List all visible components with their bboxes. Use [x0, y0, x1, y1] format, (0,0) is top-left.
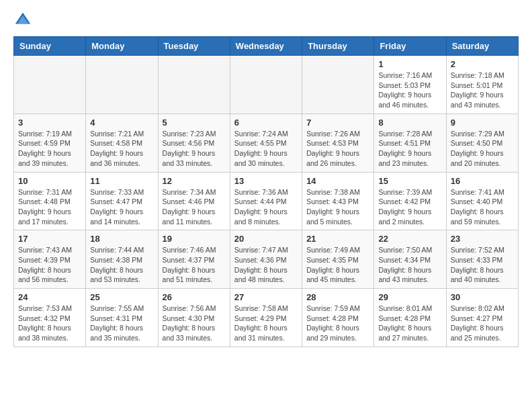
week-row-1: 3Sunrise: 7:19 AM Sunset: 4:59 PM Daylig…	[14, 113, 519, 172]
day-cell: 25Sunrise: 7:55 AM Sunset: 4:31 PM Dayli…	[86, 289, 158, 347]
col-header-friday: Friday	[374, 37, 446, 56]
logo-icon	[13, 11, 32, 30]
day-cell: 13Sunrise: 7:36 AM Sunset: 4:44 PM Dayli…	[230, 172, 302, 230]
day-info: Sunrise: 7:47 AM Sunset: 4:36 PM Dayligh…	[234, 246, 288, 283]
day-number: 14	[306, 176, 369, 186]
col-header-saturday: Saturday	[446, 37, 518, 56]
day-info: Sunrise: 7:38 AM Sunset: 4:43 PM Dayligh…	[306, 188, 360, 226]
day-info: Sunrise: 8:02 AM Sunset: 4:27 PM Dayligh…	[451, 304, 504, 342]
week-row-2: 10Sunrise: 7:31 AM Sunset: 4:48 PM Dayli…	[14, 172, 519, 230]
day-number: 3	[18, 118, 81, 128]
day-number: 6	[234, 118, 298, 128]
day-number: 22	[378, 234, 441, 244]
day-info: Sunrise: 8:01 AM Sunset: 4:28 PM Dayligh…	[378, 304, 432, 342]
day-cell: 7Sunrise: 7:26 AM Sunset: 4:53 PM Daylig…	[302, 113, 374, 172]
week-row-4: 24Sunrise: 7:53 AM Sunset: 4:32 PM Dayli…	[14, 289, 519, 347]
day-number: 27	[234, 292, 298, 302]
day-cell	[158, 56, 230, 114]
day-info: Sunrise: 7:46 AM Sunset: 4:37 PM Dayligh…	[163, 246, 216, 283]
col-header-sunday: Sunday	[14, 37, 86, 56]
day-number: 10	[18, 176, 81, 186]
day-cell: 17Sunrise: 7:43 AM Sunset: 4:39 PM Dayli…	[14, 230, 86, 289]
day-cell: 27Sunrise: 7:58 AM Sunset: 4:29 PM Dayli…	[230, 289, 302, 347]
day-number: 21	[306, 234, 369, 244]
day-number: 5	[163, 118, 226, 128]
day-number: 16	[451, 176, 514, 186]
day-cell	[14, 56, 86, 114]
day-number: 26	[163, 292, 226, 302]
day-number: 11	[90, 176, 153, 186]
day-info: Sunrise: 7:31 AM Sunset: 4:48 PM Dayligh…	[18, 188, 72, 226]
day-info: Sunrise: 7:41 AM Sunset: 4:40 PM Dayligh…	[451, 188, 504, 226]
day-number: 4	[90, 118, 153, 128]
day-cell: 1Sunrise: 7:16 AM Sunset: 5:03 PM Daylig…	[374, 56, 446, 114]
day-cell: 29Sunrise: 8:01 AM Sunset: 4:28 PM Dayli…	[374, 289, 446, 347]
day-number: 12	[163, 176, 226, 186]
day-number: 18	[90, 234, 153, 244]
day-number: 1	[378, 59, 441, 69]
day-info: Sunrise: 7:56 AM Sunset: 4:30 PM Dayligh…	[163, 304, 216, 342]
day-cell: 16Sunrise: 7:41 AM Sunset: 4:40 PM Dayli…	[446, 172, 518, 230]
day-info: Sunrise: 7:39 AM Sunset: 4:42 PM Dayligh…	[378, 188, 432, 226]
day-number: 17	[18, 234, 81, 244]
day-number: 7	[306, 118, 369, 128]
day-cell: 8Sunrise: 7:28 AM Sunset: 4:51 PM Daylig…	[374, 113, 446, 172]
day-cell: 4Sunrise: 7:21 AM Sunset: 4:58 PM Daylig…	[86, 113, 158, 172]
day-info: Sunrise: 7:21 AM Sunset: 4:58 PM Dayligh…	[90, 130, 144, 167]
day-info: Sunrise: 7:36 AM Sunset: 4:44 PM Dayligh…	[234, 188, 288, 226]
day-number: 19	[163, 234, 226, 244]
col-header-wednesday: Wednesday	[230, 37, 302, 56]
col-header-thursday: Thursday	[302, 37, 374, 56]
day-cell: 14Sunrise: 7:38 AM Sunset: 4:43 PM Dayli…	[302, 172, 374, 230]
col-header-monday: Monday	[86, 37, 158, 56]
page: SundayMondayTuesdayWednesdayThursdayFrid…	[0, 0, 532, 354]
day-number: 28	[306, 292, 369, 302]
day-cell: 15Sunrise: 7:39 AM Sunset: 4:42 PM Dayli…	[374, 172, 446, 230]
day-info: Sunrise: 7:34 AM Sunset: 4:46 PM Dayligh…	[163, 188, 216, 226]
day-cell	[302, 56, 374, 114]
day-info: Sunrise: 7:23 AM Sunset: 4:56 PM Dayligh…	[163, 130, 216, 167]
header	[13, 11, 519, 30]
week-row-3: 17Sunrise: 7:43 AM Sunset: 4:39 PM Dayli…	[14, 230, 519, 289]
week-row-0: 1Sunrise: 7:16 AM Sunset: 5:03 PM Daylig…	[14, 56, 519, 114]
day-cell: 21Sunrise: 7:49 AM Sunset: 4:35 PM Dayli…	[302, 230, 374, 289]
day-info: Sunrise: 7:58 AM Sunset: 4:29 PM Dayligh…	[234, 304, 288, 342]
calendar-table: SundayMondayTuesdayWednesdayThursdayFrid…	[13, 36, 519, 347]
day-info: Sunrise: 7:43 AM Sunset: 4:39 PM Dayligh…	[18, 246, 72, 283]
day-info: Sunrise: 7:44 AM Sunset: 4:38 PM Dayligh…	[90, 246, 144, 283]
day-number: 9	[451, 118, 514, 128]
day-number: 23	[451, 234, 514, 244]
day-info: Sunrise: 7:26 AM Sunset: 4:53 PM Dayligh…	[306, 130, 360, 167]
day-cell: 18Sunrise: 7:44 AM Sunset: 4:38 PM Dayli…	[86, 230, 158, 289]
day-number: 8	[378, 118, 441, 128]
col-header-tuesday: Tuesday	[158, 37, 230, 56]
day-cell: 19Sunrise: 7:46 AM Sunset: 4:37 PM Dayli…	[158, 230, 230, 289]
day-info: Sunrise: 7:52 AM Sunset: 4:33 PM Dayligh…	[451, 246, 504, 283]
day-cell: 5Sunrise: 7:23 AM Sunset: 4:56 PM Daylig…	[158, 113, 230, 172]
day-cell: 11Sunrise: 7:33 AM Sunset: 4:47 PM Dayli…	[86, 172, 158, 230]
day-cell: 9Sunrise: 7:29 AM Sunset: 4:50 PM Daylig…	[446, 113, 518, 172]
day-number: 25	[90, 292, 153, 302]
day-info: Sunrise: 7:33 AM Sunset: 4:47 PM Dayligh…	[90, 188, 144, 226]
day-cell: 23Sunrise: 7:52 AM Sunset: 4:33 PM Dayli…	[446, 230, 518, 289]
day-cell: 22Sunrise: 7:50 AM Sunset: 4:34 PM Dayli…	[374, 230, 446, 289]
day-cell: 3Sunrise: 7:19 AM Sunset: 4:59 PM Daylig…	[14, 113, 86, 172]
day-number: 13	[234, 176, 298, 186]
logo	[13, 11, 35, 30]
header-row: SundayMondayTuesdayWednesdayThursdayFrid…	[14, 37, 519, 56]
day-info: Sunrise: 7:18 AM Sunset: 5:01 PM Dayligh…	[451, 71, 504, 109]
day-cell: 12Sunrise: 7:34 AM Sunset: 4:46 PM Dayli…	[158, 172, 230, 230]
day-cell: 10Sunrise: 7:31 AM Sunset: 4:48 PM Dayli…	[14, 172, 86, 230]
day-cell: 24Sunrise: 7:53 AM Sunset: 4:32 PM Dayli…	[14, 289, 86, 347]
day-info: Sunrise: 7:28 AM Sunset: 4:51 PM Dayligh…	[378, 130, 432, 167]
day-info: Sunrise: 7:53 AM Sunset: 4:32 PM Dayligh…	[18, 304, 72, 342]
day-cell: 30Sunrise: 8:02 AM Sunset: 4:27 PM Dayli…	[446, 289, 518, 347]
day-number: 15	[378, 176, 441, 186]
day-cell	[86, 56, 158, 114]
day-info: Sunrise: 7:59 AM Sunset: 4:28 PM Dayligh…	[306, 304, 360, 342]
day-number: 30	[451, 292, 514, 302]
day-number: 29	[378, 292, 441, 302]
day-info: Sunrise: 7:49 AM Sunset: 4:35 PM Dayligh…	[306, 246, 360, 283]
day-number: 20	[234, 234, 298, 244]
day-info: Sunrise: 7:16 AM Sunset: 5:03 PM Dayligh…	[378, 71, 432, 109]
